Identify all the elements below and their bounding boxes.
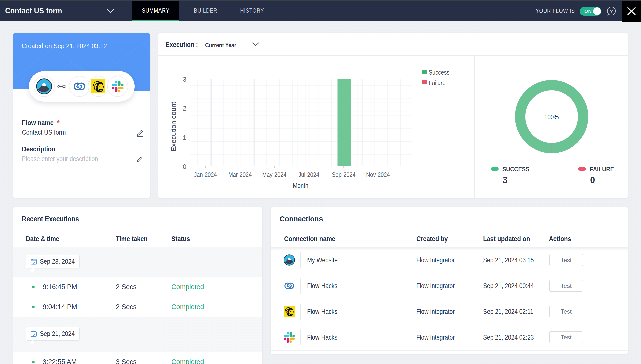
- svg-text:?: ?: [610, 8, 613, 14]
